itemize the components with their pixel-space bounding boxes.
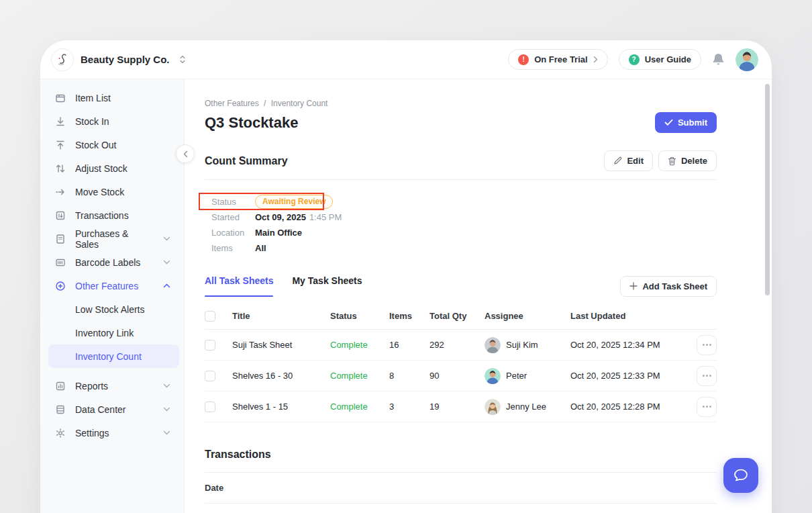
row-status: Complete bbox=[330, 371, 389, 381]
row-more-button[interactable] bbox=[697, 366, 717, 386]
location-value: Main Office bbox=[255, 228, 302, 238]
row-title: Suji Task Sheet bbox=[232, 340, 330, 350]
started-label: Started bbox=[211, 212, 255, 222]
row-title: Shelves 16 - 30 bbox=[232, 371, 330, 381]
tab-all-task-sheets[interactable]: All Task Sheets bbox=[205, 275, 273, 297]
row-checkbox[interactable] bbox=[205, 402, 215, 412]
sidebar-item-move-stock[interactable]: Move Stock bbox=[40, 180, 184, 203]
avatar-peter-icon bbox=[735, 48, 758, 71]
task-sheets-table: Title Status Items Total Qty Assignee La… bbox=[205, 303, 717, 422]
sidebar-item-other-features[interactable]: Other Features bbox=[40, 274, 184, 297]
sidebar-item-low-stock-alerts[interactable]: Low Stock Alerts bbox=[40, 297, 184, 321]
row-title: Shelves 1 - 15 bbox=[232, 402, 330, 412]
sidebar-item-stock-in[interactable]: Stock In bbox=[40, 109, 184, 133]
row-status: Complete bbox=[330, 340, 389, 350]
row-more-button[interactable] bbox=[697, 335, 717, 355]
summary-status-row: Status Awaiting Review bbox=[211, 194, 717, 209]
table-row[interactable]: Shelves 1 - 15 Complete 3 19 Jenny Lee O… bbox=[205, 391, 717, 422]
row-last-updated: Oct 20, 2025 12:33 PM bbox=[570, 371, 687, 381]
row-assignee-name: Suji Kim bbox=[506, 340, 538, 350]
row-status: Complete bbox=[330, 402, 389, 412]
sidebar-item-purchases-sales[interactable]: Purchases & Sales bbox=[40, 227, 184, 250]
main-content: Other Features / Inventory Count Q3 Stoc… bbox=[185, 79, 772, 513]
status-label: Status bbox=[211, 197, 255, 207]
summary-location-row: Location Main Office bbox=[211, 225, 717, 240]
sidebar-item-inventory-link[interactable]: Inventory Link bbox=[40, 321, 184, 344]
arrow-right-dashed-icon bbox=[55, 187, 66, 197]
chevron-down-icon bbox=[163, 236, 170, 241]
row-total-qty: 292 bbox=[429, 340, 485, 350]
sidebar-item-item-list[interactable]: Item List bbox=[40, 86, 184, 109]
chevron-down-icon bbox=[163, 430, 170, 435]
bar-chart-icon bbox=[55, 381, 66, 391]
workspace-switcher-icon[interactable] bbox=[179, 54, 186, 64]
beauty-logo-sketch-icon bbox=[55, 52, 70, 67]
sidebar: Item List Stock In Stock Out Adjust Stoc… bbox=[40, 79, 185, 513]
select-all-checkbox[interactable] bbox=[205, 311, 215, 322]
chevron-down-icon bbox=[163, 383, 170, 388]
arrow-down-to-line-icon bbox=[55, 116, 66, 127]
chevron-down-icon bbox=[163, 260, 170, 265]
workspace-name: Beauty Supply Co. bbox=[81, 54, 170, 65]
sidebar-item-transactions[interactable]: Transactions bbox=[40, 203, 184, 227]
location-label: Location bbox=[211, 228, 255, 238]
transactions-date-column: Date bbox=[205, 483, 223, 493]
sidebar-item-data-center[interactable]: Data Center bbox=[40, 398, 184, 421]
chat-fab[interactable] bbox=[723, 458, 758, 493]
top-right-cluster: ! On Free Trial ? User Guide bbox=[508, 48, 758, 71]
scrollbar-thumb[interactable] bbox=[765, 84, 770, 295]
notifications-bell-icon[interactable] bbox=[712, 52, 725, 66]
row-assignee-name: Jenny Lee bbox=[506, 402, 546, 412]
avatar-jenny-lee-icon bbox=[485, 399, 501, 415]
sidebar-item-stock-out[interactable]: Stock Out bbox=[40, 133, 184, 156]
row-checkbox[interactable] bbox=[205, 340, 215, 351]
sidebar-item-barcode-labels[interactable]: Barcode Labels bbox=[40, 250, 184, 274]
top-bar: Beauty Supply Co. ! On Free Trial ? User… bbox=[40, 40, 772, 79]
add-task-sheet-button[interactable]: Add Task Sheet bbox=[620, 276, 717, 297]
sidebar-item-settings[interactable]: Settings bbox=[40, 421, 184, 445]
chat-bubble-icon bbox=[733, 468, 749, 483]
avatar-peter-icon bbox=[485, 368, 501, 384]
user-guide-button[interactable]: ? User Guide bbox=[619, 49, 701, 70]
submit-button[interactable]: Submit bbox=[655, 112, 717, 133]
row-more-button[interactable] bbox=[697, 397, 717, 417]
document-icon bbox=[55, 234, 66, 244]
page-title: Q3 Stocktake bbox=[205, 114, 298, 132]
table-row[interactable]: Suji Task Sheet Complete 16 292 Suji Kim… bbox=[205, 330, 717, 361]
row-checkbox[interactable] bbox=[205, 371, 215, 381]
app-window: Beauty Supply Co. ! On Free Trial ? User… bbox=[40, 40, 772, 513]
box-icon bbox=[55, 93, 66, 103]
started-time: 1:45 PM bbox=[309, 212, 342, 222]
delete-button[interactable]: Delete bbox=[658, 150, 717, 171]
sidebar-item-inventory-count[interactable]: Inventory Count bbox=[48, 344, 179, 368]
breadcrumb-parent[interactable]: Other Features bbox=[205, 99, 259, 108]
row-last-updated: Oct 20, 2025 12:28 PM bbox=[570, 402, 687, 412]
edit-button[interactable]: Edit bbox=[604, 150, 653, 171]
trash-icon bbox=[668, 156, 676, 166]
transactions-list-icon bbox=[55, 210, 66, 221]
tab-my-task-sheets[interactable]: My Task Sheets bbox=[292, 275, 362, 297]
items-value: All bbox=[255, 243, 266, 253]
plus-icon bbox=[629, 282, 638, 290]
sidebar-item-adjust-stock[interactable]: Adjust Stock bbox=[40, 156, 184, 180]
workspace-logo[interactable] bbox=[51, 48, 74, 71]
database-icon bbox=[55, 404, 66, 415]
circle-plus-icon bbox=[55, 281, 66, 291]
table-row[interactable]: Shelves 16 - 30 Complete 8 90 Peter Oct … bbox=[205, 361, 717, 391]
arrow-up-from-line-icon bbox=[55, 140, 66, 150]
sidebar-item-reports[interactable]: Reports bbox=[40, 374, 184, 398]
row-total-qty: 19 bbox=[429, 402, 485, 412]
user-avatar[interactable] bbox=[735, 48, 758, 71]
chevron-right-icon bbox=[593, 56, 598, 63]
free-trial-button[interactable]: ! On Free Trial bbox=[508, 49, 607, 70]
summary-started-row: Started Oct 09, 2025 1:45 PM bbox=[211, 209, 717, 225]
status-badge: Awaiting Review bbox=[255, 195, 333, 209]
count-summary: Status Awaiting Review Started Oct 09, 2… bbox=[205, 194, 717, 256]
table-header-row: Title Status Items Total Qty Assignee La… bbox=[205, 303, 717, 330]
transactions-header-row: Date bbox=[205, 473, 717, 504]
chevron-up-icon bbox=[163, 283, 170, 288]
row-items: 3 bbox=[389, 402, 429, 412]
row-items: 8 bbox=[389, 371, 429, 381]
sidebar-collapse-button[interactable] bbox=[176, 144, 195, 163]
started-date: Oct 09, 2025 bbox=[255, 212, 306, 222]
